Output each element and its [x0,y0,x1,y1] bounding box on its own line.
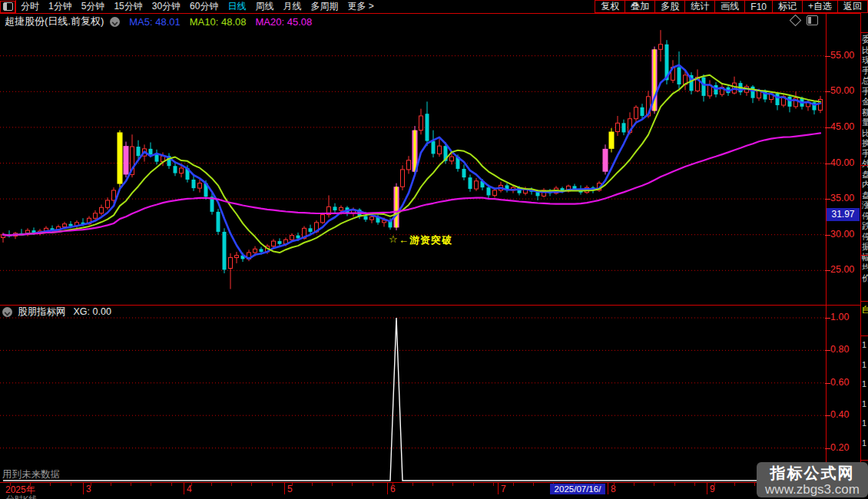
week-tick [151,483,151,486]
week-tick [10,483,11,486]
sidebar-clipped-text: 手 [862,149,868,158]
week-tick [533,483,534,486]
site-watermark: 指标公式网 www.zbgs3.com [757,462,868,497]
ma-label-0: MA5: 48.01 [129,16,181,28]
cursor-price-tag: 31.97 [827,208,860,221]
week-tick [634,483,634,486]
price-tick [825,270,830,271]
price-axis-label: 35.00 [830,193,861,203]
sidebar-clipped-text: 幅 [862,253,868,262]
week-tick [432,483,433,486]
sidebar-clipped-digit: 1 [862,340,868,349]
menu-item-更多 >[interactable]: 更多 > [343,0,378,13]
split-pane-icon [3,2,13,11]
price-axis-label: 50.00 [830,85,861,96]
menu-item-1分钟[interactable]: 1分钟 [44,0,77,13]
menu-item-60分钟[interactable]: 60分钟 [185,0,223,13]
cursor-date-tag: 2025/07/16/三 [550,484,605,494]
sidebar-clipped-text: 金 [862,97,868,106]
month-boundary [83,482,84,494]
sidebar-clipped-text: 手 [862,87,868,96]
sidebar-divider [861,255,868,256]
week-tick [71,483,71,486]
week-tick [654,483,654,486]
month-boundary [184,482,184,494]
week-tick [513,483,514,486]
week-tick [50,483,51,486]
week-tick [171,483,172,486]
week-tick [312,483,313,486]
toolbar-button-画线[interactable]: 画线 [714,0,745,13]
toolbar-button-+自选[interactable]: +自选 [802,0,838,13]
toolbar-button-F10[interactable]: F10 [744,0,773,13]
price-axis-label: 55.00 [830,50,861,61]
toolbar-button-统计[interactable]: 统计 [684,0,715,13]
week-tick [272,483,273,486]
week-tick [111,483,111,486]
week-tick [714,483,715,486]
week-tick [231,483,232,486]
sidebar-clipped-text: 停 [862,232,868,241]
month-label: 7 [501,484,506,494]
sidebar-clipped-digit: 1 [862,379,868,388]
menu-item-15分钟[interactable]: 15分钟 [109,0,147,13]
month-boundary [498,482,499,494]
sidebar-divider [861,335,868,336]
week-tick [473,483,474,486]
watermark-url: www.zbgs3.com [757,482,868,497]
sidebar-clipped-digit: 1 [862,360,868,369]
week-tick [412,483,413,486]
sidebar-clipped-digit: 1 [862,399,868,408]
toolbar-button-叠加[interactable]: 叠加 [624,0,655,13]
sidebar-clipped-text: 均 [862,263,868,272]
menu-item-30分钟[interactable]: 30分钟 [147,0,185,13]
indicator-tick [825,415,830,416]
watermark-title: 指标公式网 [757,463,868,484]
week-tick [694,483,695,486]
price-tick [825,164,830,164]
week-tick [734,483,735,486]
price-tick [825,199,830,200]
toolbar-button-多股[interactable]: 多股 [654,0,685,13]
clipped-bottom-bar: 分时K线 [0,495,868,499]
menu-item-5分钟[interactable]: 5分钟 [77,0,110,13]
week-tick [30,483,31,486]
main-candlestick-chart[interactable] [0,29,826,304]
week-tick [292,483,293,486]
clipped-right-sidebar: 委比现手总手金额量比换手外盘内盘涨停跌停振幅均价自111111 [860,13,868,499]
indicator-chart[interactable] [0,316,826,482]
menu-item-日线[interactable]: 日线 [223,0,250,13]
signal-star-icon: ☆ [389,233,398,245]
menu-item-周线[interactable]: 周线 [250,0,278,13]
toolbar-button-返回[interactable]: 返回 [837,0,868,13]
indicator-tick [825,318,830,319]
indicator-tick [825,448,830,449]
price-tick [825,235,830,236]
toolbar-button-复权[interactable]: 复权 [595,0,625,13]
price-tick [825,91,830,92]
week-tick [332,483,333,486]
chevron-down-icon[interactable] [2,307,12,317]
menu-item-分时[interactable]: 分时 [16,0,44,13]
menu-item-多周期[interactable]: 多周期 [306,0,343,13]
sidebar-clipped-text: 价 [862,273,868,283]
indicator-tick [825,383,830,384]
ma-label-2: MA20: 45.08 [256,16,313,28]
price-axis-label: 40.00 [830,157,861,168]
split-window-icon[interactable] [807,15,818,25]
toolbar-button-标记[interactable]: 标记 [772,0,803,13]
toolbar-buttons: 复权叠加多股统计画线F10标记+自选返回 [595,0,868,13]
week-tick [131,483,131,486]
sidebar-divider [861,165,868,166]
chart-corner-icons [791,15,818,25]
layout-pane-button[interactable] [0,1,15,13]
menu-item-月线[interactable]: 月线 [278,0,306,13]
panel-divider [0,305,860,306]
chevron-down-icon[interactable] [110,17,120,27]
week-tick [211,483,212,486]
sidebar-clipped-text: 比 [862,128,868,137]
indicator-axis-label: 0.60 [830,377,861,388]
diamond-icon[interactable] [790,15,802,27]
axis-border [826,14,827,494]
sidebar-clipped-text: 比 [862,45,868,55]
